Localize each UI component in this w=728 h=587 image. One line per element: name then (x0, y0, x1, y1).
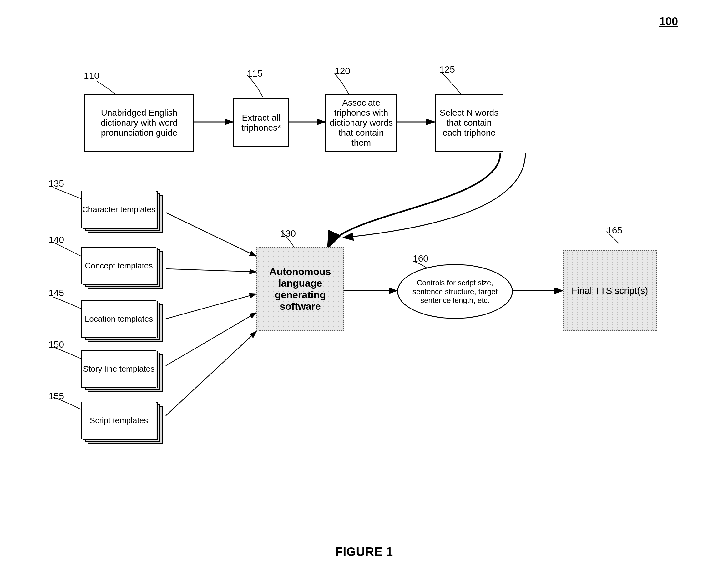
oval-160-text: Controls for script size, sentence struc… (403, 279, 507, 305)
figure-number: 100 (659, 15, 678, 28)
label-150: 150 (48, 339, 64, 350)
svg-line-6 (166, 269, 256, 272)
label-120: 120 (335, 66, 350, 76)
svg-line-9 (166, 331, 256, 416)
svg-line-5 (166, 213, 256, 256)
stack-155-text: Script templates (90, 416, 148, 425)
stack-140: Concept templates (81, 247, 166, 296)
stack-145: Location templates (81, 300, 166, 349)
label-115: 115 (247, 68, 263, 79)
stack-135-text: Character templates (82, 205, 155, 214)
box-125: Select N words that contain each triphon… (435, 94, 503, 151)
box-130: Autonomous language generating software (256, 247, 344, 331)
oval-160: Controls for script size, sentence struc… (397, 264, 513, 319)
box-165-text: Final TTS script(s) (572, 285, 648, 296)
box-115: Extract all triphones* (233, 98, 289, 147)
stack-150: Story line templates (81, 350, 166, 399)
label-130: 130 (280, 228, 296, 239)
svg-line-8 (166, 312, 256, 366)
label-125: 125 (439, 64, 455, 75)
label-160: 160 (413, 253, 428, 264)
label-155: 155 (48, 391, 64, 401)
box-165: Final TTS script(s) (563, 250, 657, 331)
label-135: 135 (48, 178, 64, 189)
stack-135: Character templates (81, 191, 166, 239)
box-120: Associate triphones with dictionary word… (325, 94, 397, 151)
diagram-container: 100 Unabridged English dictionary with w… (0, 0, 728, 587)
svg-line-7 (166, 294, 256, 319)
box-120-text: Associate triphones with dictionary word… (329, 98, 393, 148)
box-125-text: Select N words that contain each triphon… (439, 108, 499, 138)
label-165: 165 (607, 225, 622, 236)
box-110-text: Unabridged English dictionary with word … (89, 108, 190, 138)
label-140: 140 (48, 234, 64, 245)
figure-caption: FIGURE 1 (335, 545, 393, 559)
label-145: 145 (48, 287, 64, 298)
label-110: 110 (84, 70, 99, 81)
stack-150-text: Story line templates (83, 364, 155, 374)
box-110: Unabridged English dictionary with word … (85, 94, 194, 151)
stack-155: Script templates (81, 402, 166, 450)
stack-140-text: Concept templates (85, 261, 153, 271)
box-130-text: Autonomous language generating software (260, 266, 340, 312)
box-115-text: Extract all triphones* (237, 113, 285, 133)
stack-145-text: Location templates (85, 314, 153, 324)
